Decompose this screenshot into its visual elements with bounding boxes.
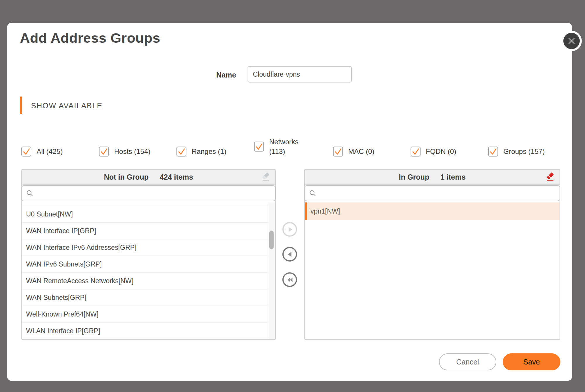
search-icon bbox=[309, 190, 317, 197]
in-group-header: In Group 1 items bbox=[305, 170, 560, 185]
scrollbar-thumb[interactable] bbox=[269, 231, 274, 249]
move-right-button[interactable] bbox=[282, 222, 297, 237]
name-input[interactable] bbox=[248, 66, 352, 82]
filter-item-networks: Networks (113) bbox=[254, 136, 306, 157]
not-in-group-panel: Not in Group 424 items U0 Subnet[NW]WAN … bbox=[21, 169, 276, 340]
close-button[interactable] bbox=[563, 33, 580, 49]
filter-label-ranges: Ranges (1) bbox=[192, 147, 227, 156]
filter-item-mac: MAC (0) bbox=[333, 143, 374, 160]
filter-checkbox-fqdn[interactable] bbox=[411, 147, 421, 157]
arrow-right-icon bbox=[286, 226, 294, 233]
list-item[interactable]: WAN IPv6 Subnets[GRP] bbox=[22, 256, 268, 273]
not-in-group-count: 424 items bbox=[160, 173, 193, 181]
section-accent-bar bbox=[20, 97, 22, 114]
cancel-button[interactable]: Cancel bbox=[439, 353, 496, 370]
double-arrow-left-icon bbox=[286, 276, 294, 283]
list-item[interactable]: vpn1[NW] bbox=[305, 202, 560, 220]
filter-label-all: All (425) bbox=[37, 147, 63, 156]
list-item[interactable]: Well-Known Pref64[NW] bbox=[22, 306, 268, 323]
filter-item-all: All (425) bbox=[21, 143, 63, 160]
list-item[interactable]: WAN Subnets[GRP] bbox=[22, 289, 268, 306]
scrollbar-track[interactable] bbox=[268, 202, 275, 339]
not-in-group-list: U0 Subnet[NW]WAN Interface IP[GRP]WAN In… bbox=[22, 202, 268, 339]
move-left-button[interactable] bbox=[282, 247, 297, 262]
in-group-title: In Group bbox=[399, 173, 429, 181]
list-item[interactable]: WAN Interface IP[GRP] bbox=[22, 223, 268, 239]
filter-label-mac: MAC (0) bbox=[348, 147, 374, 156]
checkmark-icon bbox=[334, 147, 342, 156]
close-button-ring bbox=[561, 31, 582, 51]
filter-label-fqdn: FQDN (0) bbox=[426, 147, 456, 156]
list-item[interactable]: WLAN Interface IP[GRP] bbox=[22, 323, 268, 339]
filter-checkbox-ranges[interactable] bbox=[176, 147, 186, 157]
in-group-count: 1 items bbox=[440, 173, 466, 181]
search-icon bbox=[26, 190, 34, 197]
not-in-group-search-input[interactable] bbox=[36, 185, 275, 201]
add-address-groups-dialog: Add Address Groups Name SHOW AVAILABLE A… bbox=[7, 23, 572, 381]
backdrop: { "dialog": { "title": "Add Address Grou… bbox=[0, 0, 585, 392]
list-item[interactable]: U0 Subnet[NW] bbox=[22, 206, 268, 223]
save-button[interactable]: Save bbox=[503, 353, 560, 370]
move-all-left-button[interactable] bbox=[282, 272, 297, 287]
checkmark-icon bbox=[411, 147, 420, 156]
filter-item-fqdn: FQDN (0) bbox=[411, 143, 456, 160]
not-in-group-search bbox=[21, 185, 276, 201]
checkmark-icon bbox=[22, 147, 31, 156]
in-group-panel: In Group 1 items vpn1[NW] bbox=[304, 169, 560, 340]
clear-selection-icon[interactable] bbox=[260, 172, 271, 182]
filter-checkbox-groups[interactable] bbox=[488, 147, 498, 157]
filter-label-groups: Groups (157) bbox=[503, 147, 545, 156]
filter-checkbox-networks[interactable] bbox=[254, 142, 264, 152]
filter-item-hosts: Hosts (154) bbox=[99, 143, 150, 160]
in-group-search bbox=[304, 185, 560, 201]
not-in-group-header: Not in Group 424 items bbox=[22, 170, 275, 185]
clear-group-icon[interactable] bbox=[545, 172, 555, 182]
page-title: Add Address Groups bbox=[20, 30, 160, 46]
list-item[interactable]: WAN RemoteAccess Networks[NW] bbox=[22, 273, 268, 289]
checkmark-icon bbox=[489, 147, 497, 156]
close-icon bbox=[568, 37, 575, 45]
filter-checkbox-hosts[interactable] bbox=[99, 147, 109, 157]
filter-item-groups: Groups (157) bbox=[488, 143, 545, 160]
checkmark-icon bbox=[177, 147, 186, 156]
list-item[interactable]: WAN Interface IPv6 Addresses[GRP] bbox=[22, 239, 268, 256]
filter-label-hosts: Hosts (154) bbox=[114, 147, 150, 156]
not-in-group-title: Not in Group bbox=[104, 173, 149, 181]
arrow-left-icon bbox=[286, 251, 294, 258]
filter-checkbox-mac[interactable] bbox=[333, 147, 343, 157]
list-item-partial bbox=[22, 202, 268, 206]
checkmark-icon bbox=[99, 147, 108, 156]
section-header: SHOW AVAILABLE bbox=[31, 101, 102, 110]
filter-checkbox-all[interactable] bbox=[21, 147, 31, 157]
checkmark-icon bbox=[255, 142, 263, 151]
name-field-label: Name bbox=[178, 71, 236, 79]
filter-label-networks: Networks (113) bbox=[269, 137, 306, 156]
filter-item-ranges: Ranges (1) bbox=[176, 143, 227, 160]
in-group-list: vpn1[NW] bbox=[305, 202, 560, 339]
in-group-search-input[interactable] bbox=[319, 185, 560, 201]
